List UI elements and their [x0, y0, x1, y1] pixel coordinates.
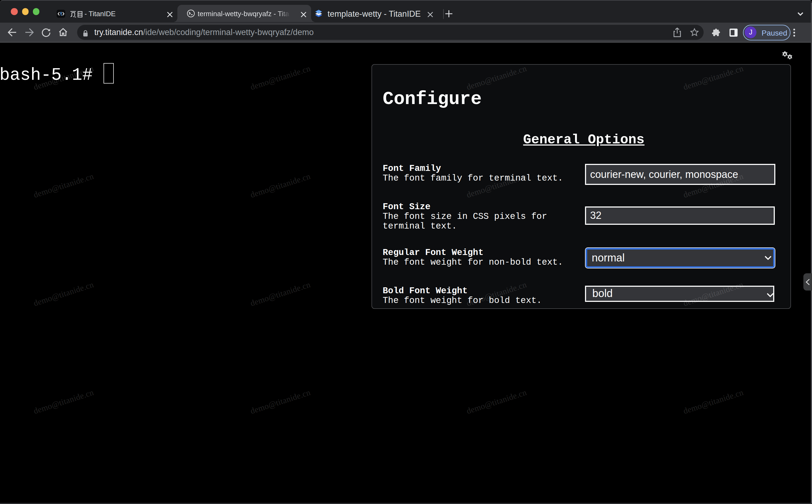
svg-text:</>: </>	[317, 11, 321, 14]
